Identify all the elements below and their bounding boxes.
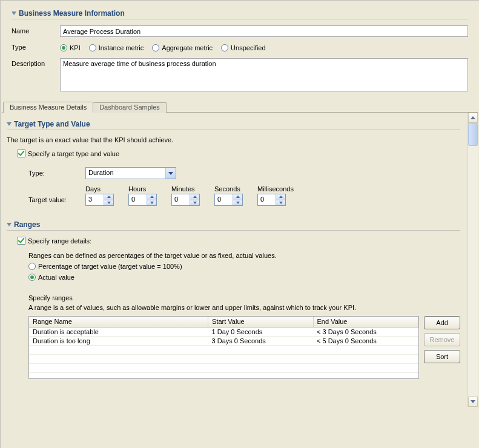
scroll-up-icon[interactable]: [468, 113, 478, 123]
section-ranges: Ranges: [7, 220, 460, 231]
target-value-label: Target value:: [28, 196, 73, 206]
ranges-table[interactable]: Range Name Start Value End Value Duratio…: [28, 316, 419, 379]
spinner-down-icon[interactable]: [104, 200, 113, 206]
tab-dashboard[interactable]: Dashboard Samples: [93, 102, 167, 113]
spinner-down-icon[interactable]: [190, 200, 199, 206]
type-radio-aggregate[interactable]: [152, 44, 159, 51]
table-row[interactable]: Duration is acceptable 1 Day 0 Seconds <…: [29, 327, 418, 336]
section-business-measure-info: Business Measure Information: [12, 9, 468, 19]
type-radio-instance[interactable]: [89, 44, 96, 51]
table-row[interactable]: [29, 354, 418, 363]
ms-label: Milliseconds: [257, 185, 294, 193]
target-description: The target is an exact value that the KP…: [7, 136, 460, 143]
seconds-label: Seconds: [214, 185, 243, 193]
range-percent-radio[interactable]: [28, 263, 36, 270]
hours-label: Hours: [128, 185, 157, 193]
days-spinner[interactable]: 3: [85, 194, 114, 206]
spinner-up-icon[interactable]: [190, 194, 199, 200]
target-type-label: Type:: [28, 170, 73, 177]
range-percent-label: Percentage of target value (target value…: [38, 263, 182, 270]
name-input[interactable]: [60, 25, 468, 37]
spinner-up-icon[interactable]: [233, 194, 242, 200]
specify-target-label: Specify a target type and value: [28, 150, 119, 157]
scroll-thumb[interactable]: [468, 123, 478, 146]
col-end-value[interactable]: End Value: [313, 317, 418, 327]
spinner-down-icon[interactable]: [276, 200, 285, 206]
sort-button[interactable]: Sort: [424, 350, 460, 363]
specify-target-checkbox[interactable]: [18, 150, 25, 157]
tab-details[interactable]: Business Measure Details: [3, 102, 93, 113]
scrollbar[interactable]: [467, 113, 478, 407]
type-radio-instance-label: Instance metric: [99, 44, 144, 51]
description-input[interactable]: Measure average time of business process…: [60, 58, 468, 91]
add-button[interactable]: Add: [424, 316, 460, 329]
tab-bar: Business Measure Details Dashboard Sampl…: [2, 101, 478, 113]
range-actual-label: Actual value: [38, 274, 74, 281]
target-type-value: Duration: [86, 168, 165, 179]
hours-spinner[interactable]: 0: [128, 194, 157, 206]
specify-ranges-heading: Specify ranges: [28, 294, 460, 301]
ranges-desc: Ranges can be defined as percentages of …: [28, 252, 460, 259]
minutes-spinner[interactable]: 0: [171, 194, 200, 206]
minutes-label: Minutes: [171, 185, 200, 193]
section-title: Business Measure Information: [19, 9, 125, 18]
table-row[interactable]: [29, 363, 418, 372]
type-radio-unspecified[interactable]: [221, 44, 228, 51]
remove-button[interactable]: Remove: [424, 333, 460, 346]
type-radio-kpi-label: KPI: [70, 44, 81, 51]
days-label: Days: [85, 185, 114, 193]
col-start-value[interactable]: Start Value: [208, 317, 313, 327]
range-actual-radio[interactable]: [28, 274, 36, 281]
type-radio-unspecified-label: Unspecified: [231, 44, 265, 51]
target-type-select[interactable]: Duration: [85, 167, 176, 179]
dropdown-icon: [165, 168, 176, 179]
collapse-icon[interactable]: [12, 12, 16, 15]
ms-spinner[interactable]: 0: [257, 194, 286, 206]
collapse-icon[interactable]: [7, 122, 12, 126]
name-label: Name: [12, 25, 60, 35]
specify-range-label: Specify range details:: [28, 237, 91, 245]
table-row[interactable]: Duration is too long 3 Days 0 Seconds < …: [29, 336, 418, 345]
section-title: Ranges: [14, 220, 40, 229]
col-range-name[interactable]: Range Name: [29, 317, 208, 327]
spinner-up-icon[interactable]: [276, 194, 285, 200]
range-desc-text: A range is a set of values, such as allo…: [28, 304, 460, 311]
seconds-spinner[interactable]: 0: [214, 194, 243, 206]
spinner-up-icon[interactable]: [104, 194, 113, 200]
description-label: Description: [12, 58, 60, 67]
spinner-down-icon[interactable]: [233, 200, 242, 206]
section-title: Target Type and Value: [14, 120, 90, 128]
scroll-down-icon[interactable]: [468, 397, 478, 407]
type-label: Type: [12, 42, 60, 51]
section-target: Target Type and Value: [7, 120, 460, 130]
specify-range-checkbox[interactable]: [18, 237, 25, 245]
spinner-down-icon[interactable]: [147, 200, 156, 206]
table-row[interactable]: [29, 345, 418, 354]
type-radio-aggregate-label: Aggregate metric: [162, 44, 213, 51]
spinner-up-icon[interactable]: [147, 194, 156, 200]
collapse-icon[interactable]: [7, 223, 12, 226]
type-radio-kpi[interactable]: [60, 44, 67, 51]
